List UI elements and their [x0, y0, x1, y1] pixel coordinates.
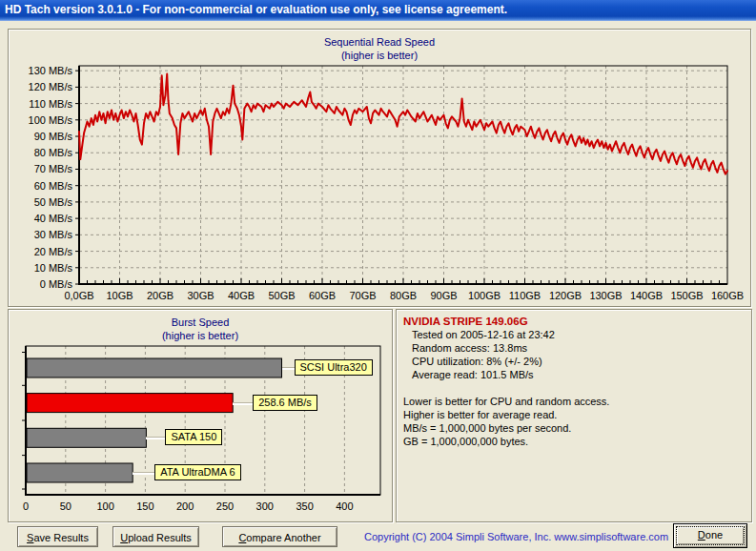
y-axis-tick-label: 80 MB/s: [34, 147, 73, 158]
x-axis-tick-label: 30GB: [187, 290, 214, 301]
x-axis-tick-label: 110GB: [509, 290, 541, 301]
y-axis-tick-label: 50 MB/s: [34, 196, 73, 208]
x-axis-tick-label: 90GB: [430, 290, 457, 301]
bar-label-connector: [233, 402, 253, 405]
x-axis-tick-label: 140GB: [630, 290, 663, 301]
y-axis-tick-label: 10 MB/s: [34, 262, 73, 274]
x-axis-tick-label: 250: [216, 500, 234, 512]
bar-label-connector: [146, 437, 165, 439]
note-lower-better: Lower is better for CPU and random acces…: [403, 395, 746, 408]
x-axis-tick-label: 100GB: [468, 290, 501, 301]
burst-speed-panel: Burst Speed (higher is better) 050100150…: [8, 309, 393, 522]
y-axis-tick-label: 70 MB/s: [34, 163, 73, 174]
sequential-read-chart: 0 MB/s10 MB/s20 MB/s30 MB/s40 MB/s50 MB/…: [9, 30, 748, 304]
y-axis-tick-label: 40 MB/s: [34, 213, 73, 224]
sequential-read-panel: Sequential Read Speed (higher is better)…: [8, 29, 751, 307]
x-axis-tick-label: 400: [336, 500, 353, 512]
bar-label: ATA UltraDMA 6: [154, 464, 240, 480]
hd-tach-window: { "window": { "title": "HD Tach version …: [0, 0, 756, 551]
x-axis-tick-label: 20GB: [147, 290, 174, 301]
y-axis-tick-label: 90 MB/s: [34, 131, 73, 142]
y-axis-tick-label: 30 MB/s: [34, 229, 73, 240]
y-axis-tick-label: 0 MB/s: [40, 278, 73, 290]
results-info-panel: NVIDIA STRIPE 149.06G Tested on 2005-12-…: [396, 309, 752, 522]
burst-bar: [27, 463, 133, 482]
x-axis-tick-label: 100: [96, 500, 113, 512]
x-axis-tick-label: 70GB: [349, 290, 376, 301]
x-axis-tick-label: 40GB: [228, 290, 255, 301]
y-axis-tick-label: 110 MB/s: [29, 98, 72, 110]
note-gb-definition: GB = 1,000,000,000 bytes.: [403, 435, 746, 448]
x-axis-tick-label: 60GB: [309, 290, 336, 301]
tested-on-line: Tested on 2005-12-16 at 23:42: [412, 328, 746, 341]
burst-bar: [27, 358, 282, 378]
x-axis-tick-label: 0,0GB: [64, 290, 93, 301]
bar-label: 258.6 MB/s: [253, 395, 317, 411]
copyright-text: Copyright (C) 2004 Simpli Software, Inc.…: [364, 531, 668, 542]
done-button-focus-rect: Done: [676, 526, 745, 545]
x-axis-tick-label: 200: [176, 500, 194, 512]
title-bar: HD Tach version 3.0.1.0 - For non-commer…: [0, 0, 756, 21]
note-higher-better: Higher is better for average read.: [403, 408, 746, 421]
cpu-utilization-line: CPU utilization: 8% (+/- 2%): [412, 355, 746, 368]
x-axis-tick-label: 50GB: [268, 290, 295, 301]
x-axis-tick-label: 350: [296, 500, 313, 512]
bar-label-connector: [133, 472, 154, 475]
x-axis-tick-label: 150: [136, 500, 153, 512]
x-axis-tick-label: 10GB: [106, 290, 133, 301]
drive-title: NVIDIA STRIPE 149.06G: [403, 316, 746, 327]
window-title: HD Tach version 3.0.1.0 - For non-commer…: [5, 3, 507, 16]
x-axis-tick-label: 0: [23, 500, 29, 512]
burst-speed-chart: 050100150200250300350400: [9, 310, 390, 520]
done-button[interactable]: Done: [673, 523, 747, 548]
x-axis-tick-label: 120GB: [549, 290, 582, 301]
bar-label-connector: [282, 367, 295, 370]
x-axis-tick-label: 160GB: [711, 290, 744, 301]
bar-label: SCSI Ultra320: [295, 359, 373, 376]
y-axis-tick-label: 100 MB/s: [29, 114, 73, 126]
x-axis-tick-label: 50: [60, 500, 72, 512]
y-axis-tick-label: 20 MB/s: [34, 246, 73, 257]
y-axis-tick-label: 120 MB/s: [29, 81, 73, 92]
burst-bar: [27, 428, 146, 447]
average-read-line: Average read: 101.5 MB/s: [412, 368, 746, 381]
upload-results-button[interactable]: Upload Results: [112, 526, 199, 547]
y-axis-tick-label: 130 MB/s: [29, 65, 73, 76]
burst-bar: [27, 394, 233, 413]
bar-label: SATA 150: [165, 429, 222, 445]
x-axis-tick-label: 80GB: [390, 290, 417, 301]
save-results-button[interactable]: Save Results: [17, 526, 98, 547]
x-axis-tick-label: 150GB: [670, 290, 703, 301]
y-axis-tick-label: 60 MB/s: [34, 180, 73, 192]
random-access-line: Random access: 13.8ms: [412, 341, 746, 355]
x-axis-tick-label: 300: [256, 500, 274, 512]
compare-another-drive-button[interactable]: Compare Another Drive: [222, 526, 337, 547]
note-mbs-definition: MB/s = 1,000,000 bytes per second.: [403, 421, 746, 435]
x-axis-tick-label: 130GB: [589, 290, 622, 301]
